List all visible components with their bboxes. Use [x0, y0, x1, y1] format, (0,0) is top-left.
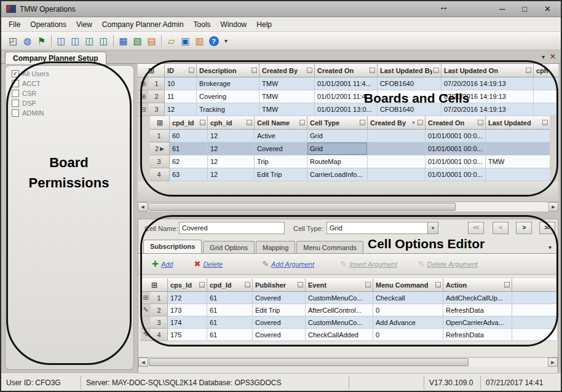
- grid-cell[interactable]: 07/20/2016 14:19:13: [441, 103, 534, 116]
- column-options-icon[interactable]: [435, 282, 441, 288]
- save-icon[interactable]: ▣: [178, 34, 192, 48]
- board-window-icon[interactable]: ◫: [54, 34, 68, 48]
- add-button[interactable]: ✚ Add: [152, 259, 173, 269]
- grid-cell[interactable]: [534, 90, 558, 103]
- cell-name-input[interactable]: [179, 222, 285, 234]
- grid-cell[interactable]: 63: [170, 168, 208, 181]
- row-header[interactable]: 3: [150, 155, 170, 168]
- table-row[interactable]: 1 60 12 Active Grid 01/01/0001 00:0...: [150, 130, 550, 143]
- grid-cell[interactable]: RouteMap: [307, 155, 368, 168]
- grid-cell[interactable]: 07/20/2016 14:19:13: [441, 90, 534, 103]
- menu-company-planner-admin[interactable]: Company Planner Admin: [97, 18, 189, 31]
- scrollbar-thumb[interactable]: [149, 358, 469, 366]
- horizontal-splitter[interactable]: [138, 211, 558, 219]
- grid-cell[interactable]: 07/20/2016 14:19:13: [441, 77, 534, 90]
- grid-cell[interactable]: 60: [170, 130, 208, 143]
- grid-menu-icon[interactable]: ⊞: [148, 66, 154, 75]
- maximize-button[interactable]: □: [522, 4, 527, 14]
- column-header-description[interactable]: Description: [197, 64, 259, 77]
- grid-cell[interactable]: 61: [207, 316, 253, 329]
- grid-cell[interactable]: [534, 103, 558, 116]
- column-options-icon[interactable]: [299, 120, 305, 125]
- grid-cell[interactable]: AddCheckCallUp...: [443, 292, 512, 304]
- chevron-down-icon[interactable]: ▼: [427, 222, 438, 233]
- tab-subscriptions[interactable]: Subscriptions: [143, 240, 202, 253]
- exit-icon[interactable]: ◰: [6, 34, 20, 48]
- column-header-last-updated[interactable]: Last Updated: [486, 116, 550, 130]
- grid-cell[interactable]: [368, 155, 425, 168]
- grid-cell[interactable]: Add Advance: [373, 316, 443, 329]
- row-header[interactable]: 1: [149, 77, 165, 90]
- grid-cell[interactable]: 12: [165, 103, 197, 116]
- pencil-icon[interactable]: ✎: [143, 307, 148, 313]
- grid-cell[interactable]: 11: [165, 90, 197, 103]
- board-window-icon[interactable]: ◫: [97, 34, 111, 48]
- report-icon[interactable]: ▤: [144, 34, 159, 48]
- checkbox[interactable]: [12, 80, 19, 87]
- tree-item-dsp[interactable]: DSP: [12, 98, 133, 108]
- column-options-icon[interactable]: [307, 68, 312, 73]
- close-button[interactable]: ✕: [544, 4, 551, 14]
- collapse-icon[interactable]: ⊟: [140, 106, 146, 113]
- grid-cell[interactable]: Grid: [307, 130, 368, 143]
- column-options-icon[interactable]: [365, 282, 371, 288]
- grid-cell[interactable]: [512, 292, 556, 304]
- column-options-icon[interactable]: [370, 68, 375, 73]
- grid-cell[interactable]: 01/01/0001 00:0...: [425, 130, 486, 143]
- row-header[interactable]: 2: [149, 90, 165, 103]
- column-options-icon[interactable]: [360, 120, 365, 125]
- column-options-icon[interactable]: [245, 282, 250, 288]
- column-header-menu-command[interactable]: Menu Command: [373, 278, 443, 292]
- column-options-icon[interactable]: [298, 282, 303, 288]
- grid-cell[interactable]: 61: [207, 292, 253, 304]
- delete-button[interactable]: ✖ Delete: [194, 259, 223, 269]
- toolbar-overflow-icon[interactable]: ▾: [224, 37, 228, 44]
- column-header-cpd-id[interactable]: cpd_Id: [170, 116, 208, 130]
- table-row[interactable]: ⊟ 3 12 Tracking TMW 01/01/2001 13:0... C…: [138, 103, 558, 116]
- grid-cell[interactable]: 173: [168, 304, 207, 316]
- checkbox[interactable]: [12, 109, 19, 117]
- grid-cell[interactable]: [378, 90, 441, 103]
- checkbox[interactable]: [12, 90, 19, 97]
- tab-menu-commands[interactable]: Menu Commands: [296, 241, 363, 253]
- scrollbar-thumb[interactable]: [148, 203, 456, 211]
- grid-cell[interactable]: 62: [170, 155, 208, 168]
- grid-menu-icon[interactable]: ⊞: [157, 119, 163, 127]
- column-options-icon[interactable]: [199, 282, 205, 288]
- grid-cell[interactable]: 61: [170, 143, 208, 155]
- column-options-icon[interactable]: [478, 120, 483, 125]
- column-header-created-by[interactable]: Created By▼: [368, 116, 425, 130]
- menu-file[interactable]: File: [4, 18, 25, 31]
- menu-tools[interactable]: Tools: [189, 18, 216, 31]
- grid-cell[interactable]: 01/01/0001 00:0...: [425, 168, 486, 181]
- tree-item-all-users[interactable]: ✓ All Users: [12, 69, 133, 79]
- checkbox[interactable]: ✓: [12, 70, 19, 77]
- previous-record-button[interactable]: <: [493, 222, 509, 234]
- grid-cell[interactable]: TMW: [259, 103, 315, 116]
- tree-item-csr[interactable]: CSR: [12, 88, 133, 98]
- grid-cell[interactable]: Covered: [253, 316, 306, 329]
- column-options-icon[interactable]: [433, 68, 439, 73]
- expand-icon[interactable]: ⊞: [140, 80, 146, 87]
- excel-export-icon[interactable]: ▧: [130, 34, 144, 48]
- globe-icon[interactable]: ◍: [20, 34, 34, 48]
- column-options-icon[interactable]: [504, 282, 510, 288]
- table-row[interactable]: ⊞ 2 11 Covering TMW 01/01/2001 11:4... 0…: [138, 90, 558, 103]
- table-row[interactable]: ⊞ 1 172 61 Covered CustomMenuCo... Check…: [141, 292, 556, 304]
- column-options-icon[interactable]: [247, 120, 252, 125]
- column-header-cpd-id[interactable]: cpd_Id: [207, 278, 253, 292]
- column-options-icon[interactable]: [251, 68, 257, 73]
- column-options-icon[interactable]: [200, 120, 205, 125]
- column-options-icon[interactable]: [189, 68, 194, 73]
- menu-view[interactable]: View: [71, 18, 97, 31]
- grid-cell[interactable]: AfterCellControl...: [306, 304, 373, 316]
- table-row-selected[interactable]: 2▶ 61 12 Covered Grid 01/01/0001 00:0...: [150, 143, 550, 155]
- grid-cell[interactable]: Edit Trip: [255, 168, 307, 181]
- grid-cell[interactable]: 12: [208, 168, 255, 181]
- add-argument-button[interactable]: ✎ Add Argument: [262, 259, 314, 269]
- grid-cell-active[interactable]: Grid: [307, 143, 368, 155]
- grid-cell[interactable]: 01/01/2001 13:0...: [315, 103, 378, 116]
- grid-cell[interactable]: [368, 143, 425, 155]
- grid-cell[interactable]: Trip: [255, 155, 307, 168]
- column-header-last-updated-by[interactable]: Last Updated By: [378, 64, 441, 77]
